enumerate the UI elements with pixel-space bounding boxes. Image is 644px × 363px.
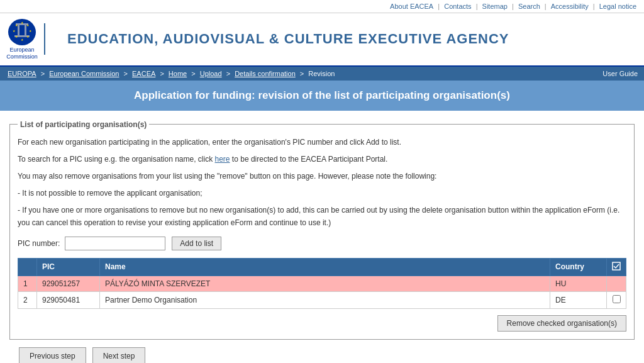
search-link[interactable]: Search [518, 3, 540, 10]
breadcrumb-europa[interactable]: EUROPA [8, 70, 36, 77]
col-header-pic: PIC [37, 258, 100, 276]
remove-btn-row: Remove checked organisation(s) [18, 315, 626, 332]
legal-notice-link[interactable]: Legal notice [599, 3, 636, 10]
main-content: List of participating organisation(s) Fo… [0, 111, 644, 363]
row-num: 2 [18, 291, 37, 308]
add-to-list-button[interactable]: Add to list [172, 237, 221, 250]
row-country: HU [550, 276, 607, 291]
select-all-icon [612, 262, 621, 271]
ec-label: EuropeanCommission [6, 47, 38, 60]
about-link[interactable]: About EACEA [390, 3, 433, 10]
list-section-legend: List of participating organisation(s) [18, 120, 149, 129]
svg-rect-2 [18, 25, 19, 35]
info-text-1: For each new organisation participating … [18, 137, 626, 148]
agency-title: EDUCATION, AUDIOVISUAL & CULTURE EXECUTI… [67, 31, 509, 47]
next-step-button[interactable]: Next step [92, 347, 146, 363]
page-title-bar: Application for funding: revision of the… [0, 81, 644, 111]
pic-row: PIC number: Add to list [18, 237, 626, 250]
svg-rect-13 [613, 262, 620, 270]
info-text-3: You may also remove organisations from y… [18, 170, 626, 182]
row-check [607, 276, 626, 291]
row-name: Partner Demo Organisation [100, 291, 550, 308]
sitemap-link[interactable]: Sitemap [482, 3, 508, 10]
info-text-2: To search for a PIC using e.g. the organ… [18, 154, 626, 165]
col-header-name: Name [100, 258, 550, 276]
previous-step-button[interactable]: Previous step [19, 347, 86, 363]
table-row: 1 929051257 PÁLYÁZÓ MINTA SZERVEZET HU [18, 276, 626, 291]
remove-checked-button[interactable]: Remove checked organisation(s) [497, 315, 626, 332]
logo-area: ★ ★ ★ ★ ★ ★ ★ ★ EuropeanCommission [6, 18, 55, 60]
bullet-2: - If you have one or more organisations … [18, 204, 626, 228]
pic-input[interactable] [65, 237, 165, 250]
list-section: List of participating organisation(s) Fo… [9, 120, 635, 340]
breadcrumb: EUROPA > European Commission > EACEA > H… [6, 70, 336, 77]
accessibility-link[interactable]: Accessibility [551, 3, 589, 10]
organisations-table: PIC Name Country 1 929051257 PÁLYÁZÓ MIN [18, 258, 626, 309]
col-header-country: Country [550, 258, 607, 276]
page-title: Application for funding: revision of the… [6, 89, 638, 102]
col-header-check [607, 258, 626, 276]
row-pic: 929051257 [37, 276, 100, 291]
row-checkbox[interactable] [613, 295, 621, 303]
top-bar: About EACEA | Contacts | Sitemap | Searc… [0, 0, 644, 13]
row-name: PÁLYÁZÓ MINTA SZERVEZET [100, 276, 550, 291]
table-row: 2 929050481 Partner Demo Organisation DE [18, 291, 626, 308]
breadcrumb-eacea[interactable]: EACEA [132, 70, 155, 77]
breadcrumb-ec[interactable]: European Commission [49, 70, 119, 77]
breadcrumb-revision: Revision [308, 70, 335, 77]
bottom-nav: Previous step Next step [9, 340, 635, 363]
user-guide-link[interactable]: User Guide [602, 70, 638, 77]
row-check[interactable] [607, 291, 626, 308]
col-header-num [18, 258, 37, 276]
breadcrumb-home[interactable]: Home [169, 70, 187, 77]
eu-flag-icon: ★ ★ ★ ★ ★ ★ ★ ★ [6, 18, 38, 47]
here-link[interactable]: here [215, 155, 230, 164]
row-num: 1 [18, 276, 37, 291]
row-pic: 929050481 [37, 291, 100, 308]
breadcrumb-details[interactable]: Details confirmation [235, 70, 296, 77]
row-country: DE [550, 291, 607, 308]
header: ★ ★ ★ ★ ★ ★ ★ ★ EuropeanCommission EDUCA… [0, 13, 644, 67]
bullet-1: - It is not possible to remove the appli… [18, 187, 626, 199]
contacts-link[interactable]: Contacts [444, 3, 471, 10]
nav-bar: EUROPA > European Commission > EACEA > H… [0, 67, 644, 81]
pic-label: PIC number: [18, 239, 60, 248]
breadcrumb-upload[interactable]: Upload [200, 70, 222, 77]
